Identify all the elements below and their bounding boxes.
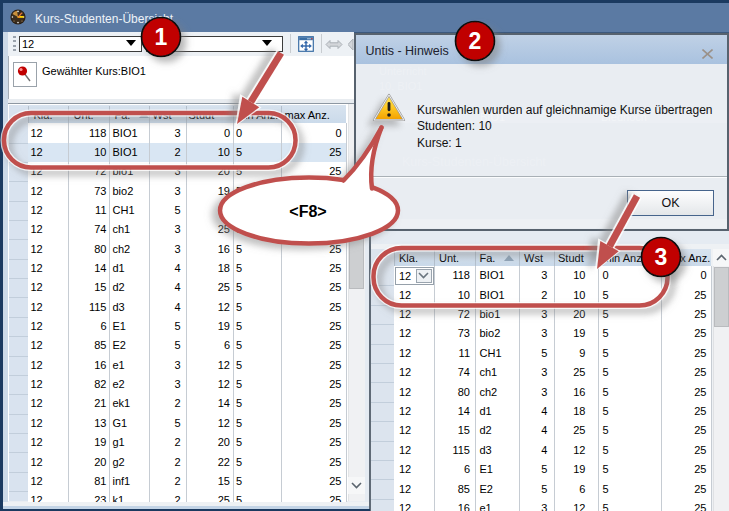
svg-text:3: 3 bbox=[655, 244, 668, 270]
svg-text:2: 2 bbox=[469, 28, 482, 54]
svg-text:<F8>: <F8> bbox=[289, 203, 326, 220]
svg-text:1: 1 bbox=[155, 24, 168, 50]
